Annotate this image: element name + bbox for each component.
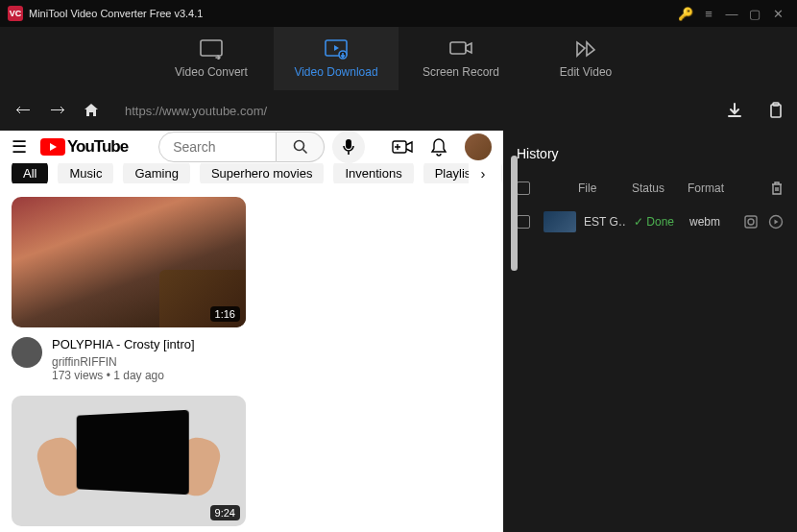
svg-rect-3 <box>450 42 466 54</box>
upgrade-key-icon[interactable]: 🔑 <box>674 2 697 25</box>
svg-rect-9 <box>745 216 757 228</box>
svg-rect-4 <box>771 105 781 117</box>
tab-edit-video[interactable]: Edit Video <box>523 27 648 90</box>
channel-name[interactable]: griffinRIFFIN <box>52 355 246 369</box>
menu-icon[interactable]: ≡ <box>697 2 720 25</box>
select-all-checkbox[interactable] <box>517 181 530 195</box>
search-button[interactable] <box>277 132 325 162</box>
youtube-play-icon <box>40 138 65 156</box>
tab-video-convert[interactable]: Video Convert <box>149 27 274 90</box>
clipboard-button[interactable] <box>768 102 784 119</box>
svg-point-6 <box>294 141 303 151</box>
video-card[interactable]: 9:24 I Made the World's Blackest Flipboo… <box>12 396 246 532</box>
header-actions <box>392 133 492 160</box>
chips-scroll-right[interactable]: › <box>469 163 497 183</box>
video-duration: 9:24 <box>210 505 240 520</box>
youtube-logo[interactable]: YouTube <box>40 137 128 157</box>
tab-label: Video Convert <box>175 65 248 79</box>
nav-home-button[interactable] <box>83 102 102 119</box>
filter-chips: All Music Gaming Superhero movies Invent… <box>0 163 503 183</box>
record-icon <box>448 38 473 60</box>
tab-screen-record[interactable]: Screen Record <box>398 27 523 90</box>
browser-navbar: 🡐 🡒 https://www.youtube.com/ <box>0 90 797 131</box>
delete-all-button[interactable] <box>770 181 784 196</box>
main-area: ☰ YouTube Search <box>0 131 797 532</box>
item-status: Done <box>634 215 682 229</box>
video-duration: 1:16 <box>210 306 240 322</box>
hamburger-icon[interactable]: ☰ <box>12 136 27 157</box>
voice-search-button[interactable] <box>332 131 365 163</box>
tab-label: Edit Video <box>560 65 613 79</box>
col-file: File <box>578 181 624 195</box>
history-header: File Status Format <box>517 175 784 202</box>
history-panel: History File Status Format EST G… Done w… <box>503 131 797 532</box>
video-thumbnail: 9:24 <box>12 396 246 526</box>
video-title: POLYPHIA - Crosty [intro] <box>52 337 246 353</box>
video-grid: 1:16 POLYPHIA - Crosty [intro] griffinRI… <box>0 183 503 532</box>
play-button[interactable] <box>768 214 784 230</box>
video-stats: 173 views • 1 day ago <box>52 369 246 382</box>
chip-superhero[interactable]: Superhero movies <box>200 163 325 183</box>
browser-scrollbar[interactable] <box>511 156 518 271</box>
search-input[interactable]: Search <box>158 132 277 162</box>
download-button[interactable] <box>726 102 743 119</box>
item-thumbnail <box>543 211 576 232</box>
close-button[interactable]: ✕ <box>766 2 789 25</box>
url-bar[interactable]: https://www.youtube.com/ <box>117 104 701 118</box>
history-title: History <box>517 146 784 161</box>
svg-rect-7 <box>346 139 351 149</box>
channel-avatar[interactable] <box>12 337 42 368</box>
chip-music[interactable]: Music <box>58 163 113 183</box>
col-status: Status <box>632 181 680 195</box>
app-logo: VC <box>8 6 23 21</box>
notifications-button[interactable] <box>430 137 447 157</box>
svg-point-10 <box>748 219 754 225</box>
nav-forward-button[interactable]: 🡒 <box>48 102 67 119</box>
nav-back-button[interactable]: 🡐 <box>13 102 33 119</box>
svg-rect-0 <box>201 40 222 56</box>
chip-inventions[interactable]: Inventions <box>333 163 413 183</box>
col-format: Format <box>688 181 734 195</box>
chip-gaming[interactable]: Gaming <box>123 163 190 183</box>
search-bar: Search <box>158 131 365 163</box>
maximize-button[interactable]: ▢ <box>743 2 766 25</box>
window-title: MiniTool Video Converter Free v3.4.1 <box>29 8 203 19</box>
item-checkbox[interactable] <box>517 215 530 229</box>
user-avatar[interactable] <box>465 133 492 160</box>
tab-label: Screen Record <box>423 65 499 79</box>
youtube-logo-text: YouTube <box>67 137 128 157</box>
main-tabs: Video Convert Video Download Screen Reco… <box>0 27 797 90</box>
tab-label: Video Download <box>294 65 377 79</box>
minimize-button[interactable]: — <box>720 2 743 25</box>
titlebar: VC MiniTool Video Converter Free v3.4.1 … <box>0 0 797 27</box>
embedded-browser: ☰ YouTube Search <box>0 131 503 532</box>
download-icon <box>324 38 349 60</box>
chip-live[interactable]: Live <box>501 163 503 183</box>
video-thumbnail: 1:16 <box>12 197 246 327</box>
chip-all[interactable]: All <box>12 163 48 183</box>
edit-icon <box>573 38 598 60</box>
tab-video-download[interactable]: Video Download <box>274 27 398 90</box>
convert-icon <box>199 38 224 60</box>
item-filename: EST G… <box>584 215 626 229</box>
youtube-header: ☰ YouTube Search <box>0 131 503 163</box>
history-item[interactable]: EST G… Done webm <box>517 202 784 242</box>
item-format: webm <box>689 215 736 229</box>
video-card[interactable]: 1:16 POLYPHIA - Crosty [intro] griffinRI… <box>12 197 246 383</box>
open-folder-button[interactable] <box>743 214 759 230</box>
create-button[interactable] <box>392 139 413 155</box>
